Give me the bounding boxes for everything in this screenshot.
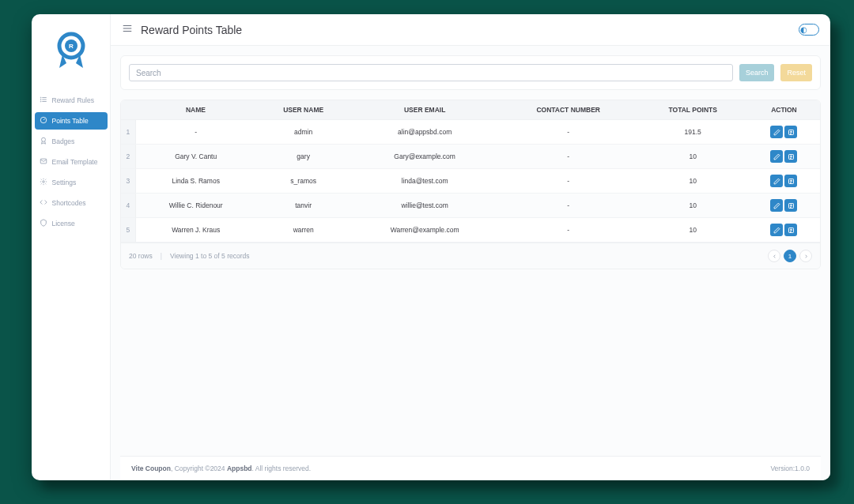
sidebar-item-badges[interactable]: Badges [35,133,108,150]
cell-contact: - [499,169,638,194]
cell-contact: - [499,194,638,218]
row-number: 2 [121,145,135,169]
cell-user_email: Warren@example.com [350,218,498,243]
hamburger-icon[interactable] [122,23,133,37]
pager-page-1[interactable]: 1 [784,250,796,262]
sidebar-item-label: Shortcodes [52,199,86,207]
sidebar-item-label: Reward Rules [52,96,94,104]
table-row: 2Gary V. CantugaryGary@example.com-10 [121,145,820,169]
points-table: NAMEUSER NAMEUSER EMAILCONTACT NUMBERTOT… [120,100,821,269]
row-number: 4 [121,194,135,218]
cell-points: 10 [638,169,748,194]
sidebar-item-license[interactable]: License [35,215,108,232]
edit-button[interactable] [770,150,783,163]
column-header: USER NAME [256,100,351,120]
edit-button[interactable] [770,175,783,187]
cell-actions [748,169,820,194]
column-header: USER EMAIL [350,100,498,120]
edit-button[interactable] [770,126,783,138]
nav: Reward RulesPoints TableBadgesEmail Temp… [35,92,108,232]
shield-icon [40,219,47,228]
table-row: 3Linda S. Ramoss_ramoslinda@test.com-10 [121,169,820,194]
cell-contact: - [499,145,638,169]
svg-point-6 [40,97,41,98]
cell-actions [748,145,820,169]
search-button[interactable]: Search [739,64,775,81]
view-button[interactable] [784,175,797,187]
sidebar-item-label: Email Template [52,158,98,166]
svg-text:R: R [69,43,74,50]
mail-icon [40,157,47,167]
gauge-icon [40,116,47,126]
column-rownum [121,100,135,120]
sidebar-item-points-table[interactable]: Points Table [35,112,108,130]
edit-button[interactable] [770,199,783,212]
footer-product: Vite Coupon [131,465,171,472]
footer-version: Version:1.0.0 [770,465,810,472]
edit-button[interactable] [770,224,783,236]
sidebar-item-email-template[interactable]: Email Template [35,153,108,171]
row-number: 1 [121,120,135,145]
cell-name: Gary V. Cantu [135,145,256,169]
cell-points: 10 [638,218,748,243]
sidebar-item-label: Settings [52,179,77,186]
svg-point-12 [42,181,44,183]
reset-button[interactable]: Reset [780,64,812,81]
cell-contact: - [499,120,638,145]
cell-actions [748,120,820,145]
cell-user_name: admin [256,120,351,145]
search-input[interactable] [129,64,733,81]
viewing-label: Viewing 1 to 5 of 5 records [170,252,250,260]
content: Search Reset NAMEUSER NAMEUSER EMAILCONT… [111,46,830,480]
app-footer: Vite Coupon, Copyright ©2024 Appsbd. All… [120,456,821,480]
sidebar: R Reward RulesPoints TableBadgesEmail Te… [32,14,111,480]
pager: 1 [768,250,812,262]
footer-company: Appsbd [227,465,252,472]
view-button[interactable] [784,150,797,163]
sidebar-item-reward-rules[interactable]: Reward Rules [35,92,108,109]
main: Reward Points Table Search Reset NAMEUSE… [111,14,830,480]
table-row: 1-adminalin@appsbd.com-191.5 [121,120,820,145]
cell-name: Linda S. Ramos [135,169,256,194]
rows-label: 20 rows [129,252,153,260]
sidebar-item-label: License [52,220,75,228]
column-header: CONTACT NUMBER [499,100,638,120]
sidebar-item-settings[interactable]: Settings [35,174,108,191]
cell-points: 10 [638,145,748,169]
cell-points: 191.5 [638,120,748,145]
cell-points: 10 [638,194,748,218]
pager-prev[interactable] [768,250,780,262]
row-number: 3 [121,169,135,194]
view-button[interactable] [784,224,797,236]
cell-name: Warren J. Kraus [135,218,256,243]
table-footer: 20 rows | Viewing 1 to 5 of 5 records 1 [121,243,820,269]
pager-next[interactable] [799,250,812,262]
view-button[interactable] [784,126,797,138]
cell-user_email: Gary@example.com [350,145,498,169]
table-row: 5Warren J. KrauswarrenWarren@example.com… [121,218,820,243]
sidebar-item-label: Badges [52,137,75,145]
code-icon [40,198,47,208]
column-header: TOTAL POINTS [638,100,748,120]
cell-name: - [135,120,256,145]
theme-toggle[interactable] [799,24,819,36]
table-row: 4Willie C. Ridenourtanvirwillie@test.com… [121,194,820,218]
cell-user_email: linda@test.com [350,169,498,194]
badge-icon [40,137,47,146]
cell-name: Willie C. Ridenour [135,194,256,218]
topbar: Reward Points Table [111,14,830,46]
cell-actions [748,218,820,243]
view-button[interactable] [784,199,797,212]
row-number: 5 [121,218,135,243]
svg-point-10 [41,137,45,141]
cell-user_name: warren [256,218,351,243]
svg-point-8 [40,101,41,102]
sidebar-item-shortcodes[interactable]: Shortcodes [35,194,108,212]
gear-icon [40,178,47,187]
column-header: NAME [135,100,256,120]
cell-contact: - [499,218,638,243]
logo: R [52,28,90,76]
list-icon [40,96,47,105]
cell-user_name: tanvir [256,194,351,218]
search-card: Search Reset [120,55,821,90]
